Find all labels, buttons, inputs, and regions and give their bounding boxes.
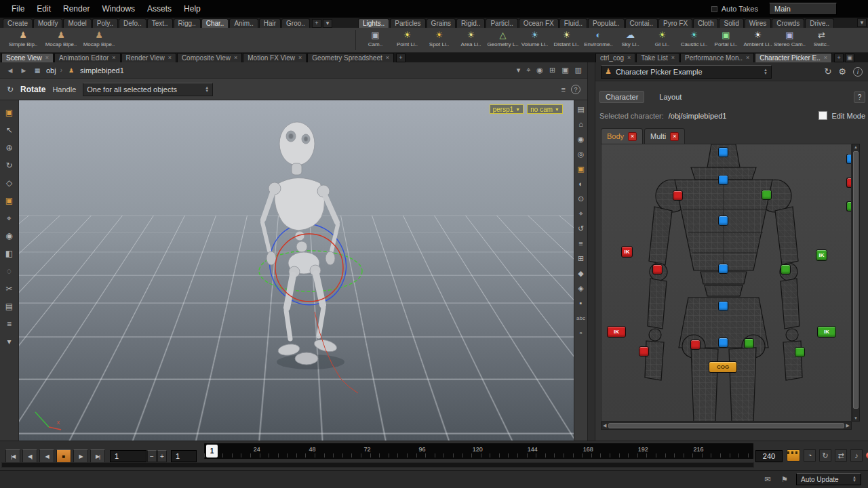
scrollbar-thumb[interactable]	[608, 423, 844, 428]
scroll-left-icon[interactable]: ◀	[603, 423, 606, 428]
shelf-tab-texture[interactable]: Text..	[147, 18, 173, 28]
abc-annotation-icon[interactable]: abc	[576, 313, 587, 323]
take-selector[interactable]: Main	[769, 3, 837, 15]
handle-label[interactable]: Handle	[52, 85, 76, 94]
prev-key-button[interactable]	[22, 449, 37, 463]
close-icon[interactable]: ×	[386, 55, 389, 61]
end-frame-field[interactable]: 240	[755, 450, 783, 462]
snapshot-icon[interactable]	[536, 66, 543, 75]
update-mode-selector[interactable]: Auto Update ▲▼	[796, 473, 861, 485]
spinner-icon[interactable]: ▲▼	[764, 68, 768, 75]
shelf-tab-drive[interactable]: Drive..	[805, 18, 834, 28]
picker-button-chest[interactable]	[718, 216, 728, 226]
frame-step-field[interactable]: 1	[171, 450, 197, 462]
picker-button-edge-red[interactable]	[846, 178, 852, 188]
close-icon[interactable]: ×	[628, 132, 637, 141]
layout-icon[interactable]: ▤	[576, 104, 587, 114]
tool-mocap-biped-1[interactable]: ♟ Mocap Bipe..	[42, 29, 80, 47]
tab-layout[interactable]: Layout	[654, 92, 687, 102]
select-tool-icon[interactable]: ↖	[3, 125, 16, 136]
shelf-tab-oceanfx[interactable]: Ocean FX	[519, 18, 559, 28]
shading-icon[interactable]: ◐	[576, 179, 587, 188]
shelf-tab-solid[interactable]: Solid	[719, 18, 743, 28]
tool-point-light[interactable]: ☀ Point Li..	[391, 29, 423, 47]
picker-button-edge-blue[interactable]	[846, 154, 852, 164]
tool-switcher[interactable]: ⇄ Switc..	[806, 29, 837, 47]
forward-icon[interactable]	[19, 66, 28, 75]
shelf-tab-create[interactable]: Create	[3, 18, 33, 28]
path-context[interactable]: obj	[46, 66, 56, 75]
pane-tab-character-picker[interactable]: Character Picker E..×	[755, 53, 832, 62]
shelf-tab-rigging[interactable]: Rigg..	[174, 18, 201, 28]
tab-character[interactable]: Character	[599, 91, 644, 103]
add-pane-tab-button[interactable]: +	[396, 54, 406, 62]
picker-button-head[interactable]	[718, 147, 728, 157]
diamond-icon[interactable]: ◈	[576, 283, 587, 293]
grid-toggle-icon[interactable]: ⊞	[576, 253, 587, 263]
persp-view-icon[interactable]: ◎	[576, 149, 587, 159]
shelf-tab-rigid[interactable]: Rigid..	[456, 18, 485, 28]
close-icon[interactable]: ×	[298, 55, 302, 61]
pane-tab-geometry-spreadsheet[interactable]: Geometry Spreadsheet×	[307, 53, 394, 62]
scrollbar-thumb[interactable]	[853, 151, 859, 409]
shelf-tab-poly[interactable]: Poly..	[92, 18, 118, 28]
picker-title-selector[interactable]: Character Picker Example ▲▼	[601, 65, 772, 79]
path-node[interactable]: simplebiped1	[80, 66, 124, 75]
shelf-tab-animate[interactable]: Anim..	[229, 18, 258, 28]
picker-button-r-leg-ik[interactable]: IK	[817, 326, 836, 338]
undo-view-icon[interactable]: ↺	[576, 224, 587, 233]
picker-button-l-arm-ik[interactable]: IK	[621, 246, 633, 258]
picker-button-neck[interactable]	[718, 175, 728, 185]
tool-stereo-camera[interactable]: ▣ Stereo Cam..	[774, 29, 806, 47]
picker-vertical-scrollbar[interactable]: ▲ ▼	[852, 144, 860, 422]
tool-mocap-biped-2[interactable]: ♟ Mocap Bipe..	[80, 29, 118, 47]
shelf-tab-overflow-button[interactable]: ▾	[857, 18, 867, 27]
picker-button-l-hip[interactable]	[690, 340, 701, 350]
spinner-icon[interactable]: ▲▼	[852, 476, 856, 483]
more-icon[interactable]: ▾	[3, 336, 16, 347]
close-icon[interactable]: ×	[168, 55, 172, 61]
shelf-tab-wires[interactable]: Wires	[745, 18, 772, 28]
picker-button-r-arm-ik[interactable]: IK	[816, 249, 827, 261]
play-reverse-button[interactable]	[39, 449, 54, 463]
pane-tab-animation-editor[interactable]: Animation Editor×	[54, 53, 121, 62]
close-icon[interactable]: ×	[627, 55, 631, 61]
auto-takes-checkbox[interactable]	[711, 6, 717, 12]
menu-file[interactable]: File	[5, 2, 31, 16]
message-icon[interactable]	[762, 474, 773, 485]
picker-button-l-shoulder[interactable]	[673, 190, 683, 201]
tool-gi-light[interactable]: ☀ GI Li..	[646, 29, 678, 47]
shelf-tab-character[interactable]: Char..	[201, 18, 229, 28]
shelf-tab-menu-button[interactable]: ▾	[323, 19, 332, 28]
scroll-right-icon[interactable]: ▶	[846, 423, 850, 428]
shelf-tab-grains[interactable]: Grains	[427, 18, 456, 28]
picker-button-spine-mid[interactable]	[718, 264, 728, 274]
camera-menu[interactable]: persp1▼	[490, 104, 524, 114]
tool-geometry-light[interactable]: △ Geometry L..	[487, 29, 519, 47]
viewport-scene[interactable]: x	[19, 100, 574, 441]
current-frame-marker[interactable]: 1	[206, 445, 218, 458]
selected-character-value[interactable]: /obj/simplebiped1	[669, 112, 727, 120]
tool-portal-light[interactable]: ▣ Portal Li..	[710, 29, 742, 47]
picker-button-spine-low[interactable]	[718, 301, 728, 311]
picker-button-l-leg-ik[interactable]: IK	[607, 326, 626, 338]
picker-button-r-shoulder[interactable]	[762, 190, 772, 200]
pane-maximize-button[interactable]: ▣	[845, 54, 854, 62]
scroll-up-icon[interactable]: ▲	[852, 145, 859, 149]
picker-horizontal-scrollbar[interactable]: ◀ ▶	[601, 422, 852, 430]
pane-tab-take-list[interactable]: Take List×	[636, 53, 679, 62]
timeline-ruler[interactable]: 24 48 72 96 120 144 168 192 216 1	[203, 443, 754, 460]
clock-icon[interactable]	[804, 449, 816, 462]
handle-tool-icon[interactable]: ⌖	[3, 213, 16, 224]
objects-mode-icon[interactable]: ▣	[3, 107, 16, 118]
menu-render[interactable]: Render	[57, 2, 96, 16]
gem-icon[interactable]: ◆	[576, 268, 587, 278]
info-icon[interactable]: i	[853, 67, 863, 77]
tool-environment-light[interactable]: ◐ Environme..	[583, 29, 614, 47]
current-frame-field[interactable]: 1	[110, 450, 146, 462]
pane-tab-composite-view[interactable]: Composite View×	[177, 53, 242, 62]
snap-view-icon[interactable]: ⌖	[576, 209, 587, 218]
options-icon[interactable]: ≡	[3, 319, 16, 329]
close-icon[interactable]: ×	[746, 55, 749, 61]
audio-icon[interactable]	[850, 449, 863, 462]
